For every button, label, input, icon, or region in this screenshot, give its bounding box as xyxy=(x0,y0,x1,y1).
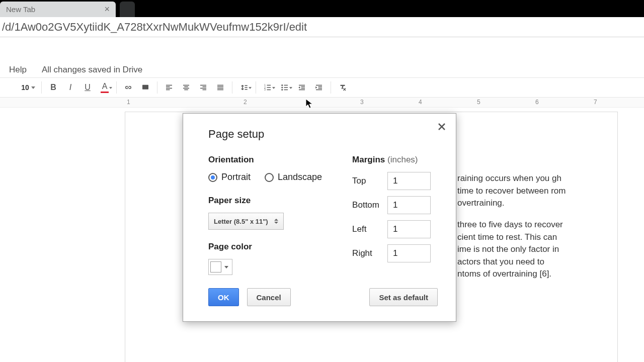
url-text: /d/1Aw0o2GV5XytiidK_A728tXxrNwMukWVeufmw… xyxy=(2,21,307,34)
ok-button[interactable]: OK xyxy=(208,288,239,306)
underline-button[interactable]: U xyxy=(79,80,96,95)
set-as-default-button[interactable]: Set as default xyxy=(369,288,438,306)
close-icon xyxy=(438,123,446,131)
line-spacing-button[interactable] xyxy=(235,80,253,95)
margins-label: Margins (inches) xyxy=(352,155,438,165)
orientation-label: Orientation xyxy=(208,155,322,165)
decrease-indent-button[interactable] xyxy=(293,80,310,95)
margin-left-input[interactable] xyxy=(387,220,431,238)
comment-icon xyxy=(141,83,150,92)
ruler-tick: 3 xyxy=(360,99,364,106)
updown-icon xyxy=(274,219,278,224)
line-spacing-icon xyxy=(239,83,249,92)
indent-increase-icon xyxy=(314,83,324,92)
document-body-text: raining occurs when you gh time to recov… xyxy=(457,172,567,281)
ruler-tick: 6 xyxy=(535,99,539,106)
button-label: Cancel xyxy=(257,293,281,302)
align-center-button[interactable] xyxy=(178,80,195,95)
indent-decrease-icon xyxy=(297,83,306,92)
tab-title: New Tab xyxy=(6,5,35,14)
svg-text:3: 3 xyxy=(264,88,266,91)
paper-size-select[interactable]: Letter (8.5" x 11") xyxy=(208,213,284,230)
numbered-list-button[interactable]: 123 xyxy=(259,80,276,95)
color-swatch-icon xyxy=(210,261,221,273)
orientation-landscape-radio[interactable]: Landscape xyxy=(265,172,322,183)
radio-unselected-icon xyxy=(265,173,274,182)
radio-selected-icon xyxy=(208,173,217,182)
svg-point-4 xyxy=(281,84,283,86)
svg-rect-0 xyxy=(142,85,148,89)
menu-row: Help All changes saved in Drive xyxy=(0,62,644,77)
increase-indent-button[interactable] xyxy=(310,80,328,95)
align-justify-button[interactable] xyxy=(212,80,229,95)
align-right-icon xyxy=(199,83,208,92)
ruler-tick: 5 xyxy=(477,99,480,106)
button-label: Set as default xyxy=(379,293,428,302)
page-color-label: Page color xyxy=(208,242,322,252)
font-size-value: 10 xyxy=(21,83,29,92)
align-justify-icon xyxy=(216,83,225,92)
cancel-button[interactable]: Cancel xyxy=(247,288,291,306)
menu-help[interactable]: Help xyxy=(9,65,27,75)
align-right-button[interactable] xyxy=(195,80,212,95)
radio-label: Landscape xyxy=(278,172,322,183)
dialog-title: Page setup xyxy=(208,128,438,141)
margins-unit: (inches) xyxy=(387,155,418,164)
orientation-portrait-radio[interactable]: Portrait xyxy=(208,172,251,183)
radio-label: Portrait xyxy=(221,172,251,183)
button-label: OK xyxy=(218,293,229,302)
margin-bottom-label: Bottom xyxy=(352,200,381,210)
clear-formatting-button[interactable] xyxy=(334,80,351,95)
doc-paragraph: three to five days to recover cient time… xyxy=(457,219,567,281)
page-color-select[interactable] xyxy=(208,259,232,275)
margin-bottom-input[interactable] xyxy=(387,196,431,214)
horizontal-ruler[interactable]: 1 2 3 3 4 5 6 7 xyxy=(0,98,644,108)
svg-point-6 xyxy=(281,89,283,90)
margin-right-label: Right xyxy=(352,248,381,258)
margin-left-label: Left xyxy=(352,224,381,234)
chevron-down-icon xyxy=(224,266,228,268)
italic-button[interactable]: I xyxy=(62,80,79,95)
mouse-cursor-icon xyxy=(305,99,313,110)
ruler-tick: 2 xyxy=(244,99,247,106)
numbered-list-icon: 123 xyxy=(263,83,272,92)
text-color-button[interactable]: A xyxy=(96,80,113,95)
browser-tab[interactable]: New Tab × xyxy=(0,2,116,17)
link-icon xyxy=(124,83,133,92)
insert-link-button[interactable] xyxy=(120,80,137,95)
browser-tab-inactive[interactable] xyxy=(120,2,135,17)
page-setup-dialog: Page setup Orientation Portrait Landscap… xyxy=(183,113,456,322)
align-left-icon xyxy=(165,83,174,92)
font-size-select[interactable]: 10 xyxy=(12,83,38,92)
ruler-tick: 7 xyxy=(594,99,597,106)
bulleted-list-button[interactable] xyxy=(276,80,293,95)
formatting-toolbar: 10 B I U A 123 xyxy=(0,77,644,98)
paper-size-value: Letter (8.5" x 11") xyxy=(214,218,268,225)
margins-label-text: Margins xyxy=(352,155,385,164)
dialog-close-button[interactable] xyxy=(438,123,446,133)
bulleted-list-icon xyxy=(280,83,289,92)
margin-top-input[interactable] xyxy=(387,172,431,190)
margin-right-input[interactable] xyxy=(387,244,431,262)
insert-comment-button[interactable] xyxy=(137,80,154,95)
align-left-button[interactable] xyxy=(160,80,178,95)
doc-paragraph: raining occurs when you gh time to recov… xyxy=(457,172,567,210)
svg-point-5 xyxy=(281,87,283,88)
close-icon[interactable]: × xyxy=(104,4,110,15)
margin-top-label: Top xyxy=(352,176,381,186)
browser-tab-bar: New Tab × xyxy=(0,0,644,17)
save-status: All changes saved in Drive xyxy=(42,65,142,75)
address-bar[interactable]: /d/1Aw0o2GV5XytiidK_A728tXxrNwMukWVeufmw… xyxy=(0,17,644,37)
ruler-tick: 4 xyxy=(419,99,422,106)
paper-size-label: Paper size xyxy=(208,196,322,206)
align-center-icon xyxy=(182,83,191,92)
bold-button[interactable]: B xyxy=(45,80,62,95)
clear-format-icon xyxy=(338,83,347,92)
ruler-tick: 1 xyxy=(127,99,130,106)
